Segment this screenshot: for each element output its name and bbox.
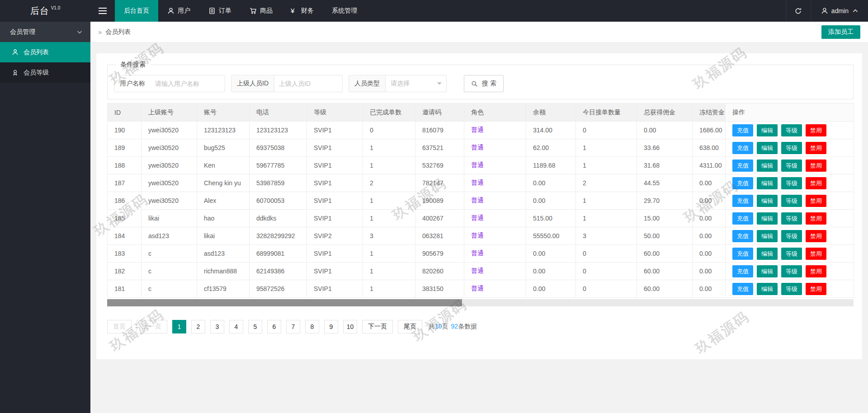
- sidebar-toggle[interactable]: [90, 0, 115, 22]
- page-number[interactable]: 10: [343, 320, 357, 333]
- disable-button[interactable]: 禁用: [806, 212, 826, 225]
- cell-id: 185: [108, 210, 142, 227]
- role-link[interactable]: 普通: [471, 126, 484, 133]
- horizontal-scrollbar[interactable]: [107, 299, 854, 306]
- recharge-button[interactable]: 充值: [732, 265, 753, 277]
- user-menu[interactable]: admin: [811, 0, 868, 22]
- role-link[interactable]: 普通: [471, 179, 484, 186]
- sidebar-item-member-list[interactable]: 会员列表: [0, 42, 90, 62]
- page-number[interactable]: 2: [191, 320, 205, 333]
- page-prev[interactable]: 上一页: [137, 320, 167, 333]
- disable-button[interactable]: 禁用: [806, 248, 826, 260]
- username-field-group: 用户名称: [114, 75, 225, 92]
- role-link[interactable]: 普通: [471, 232, 484, 239]
- recharge-button[interactable]: 充值: [732, 283, 753, 295]
- nav-item[interactable]: ¥财务: [282, 0, 323, 22]
- disable-button[interactable]: 禁用: [806, 160, 826, 172]
- medal-icon: [12, 69, 19, 76]
- recharge-button[interactable]: 充值: [732, 160, 753, 172]
- disable-button[interactable]: 禁用: [806, 142, 826, 154]
- role-link[interactable]: 普通: [471, 285, 484, 292]
- column-header: 已完成单数: [363, 103, 415, 122]
- page-next[interactable]: 下一页: [362, 320, 393, 333]
- role-link[interactable]: 普通: [471, 249, 484, 257]
- page-number[interactable]: 5: [248, 320, 262, 333]
- add-staff-button[interactable]: 添加员工: [821, 25, 860, 39]
- recharge-button[interactable]: 充值: [732, 142, 753, 154]
- disable-button[interactable]: 禁用: [806, 265, 826, 277]
- sidebar: 会员管理 会员列表 会员等级: [0, 22, 90, 413]
- page-first[interactable]: 首页: [107, 320, 132, 333]
- page-number[interactable]: 6: [267, 320, 281, 333]
- sidebar-group-member-management[interactable]: 会员管理: [0, 22, 90, 42]
- column-header: 账号: [197, 103, 250, 122]
- level-button[interactable]: 等级: [781, 212, 802, 225]
- level-button[interactable]: 等级: [781, 265, 802, 277]
- level-button[interactable]: 等级: [781, 160, 802, 172]
- edit-button[interactable]: 编辑: [757, 195, 778, 207]
- cell-frozen-funds: 638.00: [693, 139, 726, 157]
- cell-role: 普通: [464, 122, 526, 139]
- recharge-button[interactable]: 充值: [732, 212, 753, 225]
- edit-button[interactable]: 编辑: [757, 230, 778, 242]
- edit-button[interactable]: 编辑: [757, 177, 778, 189]
- edit-button[interactable]: 编辑: [757, 265, 778, 277]
- edit-button[interactable]: 编辑: [757, 124, 778, 136]
- recharge-button[interactable]: 充值: [732, 177, 753, 189]
- level-button[interactable]: 等级: [781, 283, 802, 295]
- recharge-button[interactable]: 充值: [732, 195, 753, 207]
- page-number[interactable]: 3: [210, 320, 224, 333]
- disable-button[interactable]: 禁用: [806, 195, 826, 207]
- page-last[interactable]: 尾页: [398, 320, 422, 333]
- disable-button[interactable]: 禁用: [806, 177, 826, 189]
- nav-item[interactable]: 用户: [158, 0, 199, 22]
- page-number[interactable]: 9: [324, 320, 338, 333]
- edit-button[interactable]: 编辑: [757, 160, 778, 172]
- role-link[interactable]: 普通: [471, 267, 484, 274]
- role-link[interactable]: 普通: [471, 144, 484, 151]
- edit-button[interactable]: 编辑: [757, 212, 778, 225]
- level-button[interactable]: 等级: [781, 248, 802, 260]
- level-button[interactable]: 等级: [781, 195, 802, 207]
- edit-button[interactable]: 编辑: [757, 283, 778, 295]
- nav-item[interactable]: 后台首页: [115, 0, 158, 22]
- disable-button[interactable]: 禁用: [806, 230, 826, 242]
- cell-phone: 123123123: [250, 122, 307, 139]
- role-link[interactable]: 普通: [471, 214, 484, 221]
- level-button[interactable]: 等级: [781, 142, 802, 154]
- recharge-button[interactable]: 充值: [732, 124, 753, 136]
- refresh-button[interactable]: [786, 0, 811, 22]
- pagination: 首页上一页12345678910下一页尾页: [107, 320, 427, 333]
- sidebar-item-member-level[interactable]: 会员等级: [0, 62, 90, 83]
- level-button[interactable]: 等级: [781, 124, 802, 136]
- disable-button[interactable]: 禁用: [806, 283, 826, 295]
- cell-phone: 62149386: [250, 263, 307, 280]
- disable-button[interactable]: 禁用: [806, 124, 826, 136]
- nav-item[interactable]: 订单: [199, 0, 241, 22]
- cell-balance: 0.00: [526, 280, 576, 298]
- table-row: 190ywei30520123123123123123123SVIP108160…: [108, 122, 854, 139]
- cell-actions: 充值编辑等级禁用: [726, 174, 854, 192]
- recharge-button[interactable]: 充值: [732, 230, 753, 242]
- page-number[interactable]: 4: [229, 320, 243, 333]
- search-button[interactable]: 搜 索: [464, 75, 504, 92]
- level-button[interactable]: 等级: [781, 230, 802, 242]
- page-number[interactable]: 7: [286, 320, 300, 333]
- nav-item[interactable]: 系统管理: [323, 0, 366, 22]
- cell-today-orders: 1: [576, 139, 637, 157]
- person-type-select[interactable]: 请选择: [386, 75, 446, 92]
- edit-button[interactable]: 编辑: [757, 142, 778, 154]
- cell-total-commission: 29.70: [637, 192, 693, 210]
- scrollbar-thumb[interactable]: [107, 299, 462, 306]
- parent-id-input[interactable]: [274, 75, 342, 92]
- nav-item[interactable]: 商品: [241, 0, 282, 22]
- username-input[interactable]: [151, 75, 225, 92]
- role-link[interactable]: 普通: [471, 161, 484, 169]
- role-link[interactable]: 普通: [471, 197, 484, 204]
- recharge-button[interactable]: 充值: [732, 248, 753, 260]
- page-number[interactable]: 8: [305, 320, 319, 333]
- page-number[interactable]: 1: [172, 320, 186, 333]
- level-button[interactable]: 等级: [781, 177, 802, 189]
- app-version: V1.0: [51, 5, 61, 10]
- edit-button[interactable]: 编辑: [757, 248, 778, 260]
